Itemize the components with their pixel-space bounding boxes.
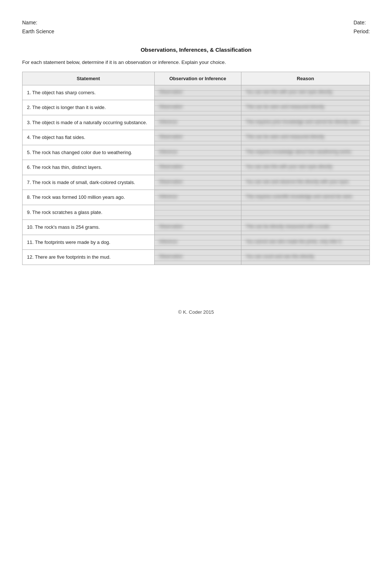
- table-row: 12. There are five footprints in the mud…: [23, 250, 370, 265]
- header-right: Date: Period:: [354, 18, 370, 36]
- obs-cell[interactable]: Observation: [154, 85, 241, 100]
- reason-cell[interactable]: This requires knowledge about how weathe…: [241, 145, 369, 160]
- name-label: Name:: [22, 18, 54, 27]
- date-label: Date:: [354, 18, 370, 27]
- table-row: 6. The rock has thin, distinct layers.Ob…: [23, 160, 370, 175]
- reason-cell[interactable]: You cannot see who made the prints, only…: [241, 235, 369, 250]
- table-row: 5. The rock has changed color due to wea…: [23, 145, 370, 160]
- obs-cell[interactable]: Observation: [154, 250, 241, 265]
- table-row: 8. The rock was formed 100 million years…: [23, 190, 370, 205]
- worksheet-table: Statement Observation or Inference Reaso…: [22, 72, 370, 265]
- reason-cell[interactable]: You can see this with your own eyes dire…: [241, 160, 369, 175]
- statement-cell: 3. The object is made of a naturally occ…: [23, 115, 155, 130]
- obs-cell[interactable]: [154, 205, 241, 220]
- statement-cell: 1. The object has sharp corners.: [23, 85, 155, 100]
- table-row: 10. The rock's mass is 254 grams.Observa…: [23, 220, 370, 235]
- reason-cell[interactable]: This can be directly measured with a sca…: [241, 220, 369, 235]
- statement-cell: 11. The footprints were made by a dog.: [23, 235, 155, 250]
- reason-cell[interactable]: This requires prior knowledge and cannot…: [241, 115, 369, 130]
- reason-cell[interactable]: You can see this with your own eyes dire…: [241, 85, 369, 100]
- statement-cell: 6. The rock has thin, distinct layers.: [23, 160, 155, 175]
- instructions: For each statement below, determine if i…: [22, 59, 370, 65]
- subject-label: Earth Science: [22, 27, 54, 36]
- obs-cell[interactable]: Observation: [154, 175, 241, 190]
- footer: © K. Coder 2015: [22, 309, 370, 315]
- statement-cell: 8. The rock was formed 100 million years…: [23, 190, 155, 205]
- table-row: 3. The object is made of a naturally occ…: [23, 115, 370, 130]
- obs-cell[interactable]: Observation: [154, 100, 241, 115]
- table-row: 11. The footprints were made by a dog.In…: [23, 235, 370, 250]
- worksheet-page: Name: Earth Science Date: Period: Observ…: [0, 0, 392, 575]
- obs-cell[interactable]: Inference: [154, 115, 241, 130]
- table-row: 7. The rock is made of small, dark-color…: [23, 175, 370, 190]
- reason-cell[interactable]: You can see and observe this directly wi…: [241, 175, 369, 190]
- table-header-row: Statement Observation or Inference Reaso…: [23, 72, 370, 85]
- col-header-obs: Observation or Inference: [154, 72, 241, 85]
- page-title: Observations, Inferences, & Classificati…: [22, 47, 370, 53]
- obs-cell[interactable]: Inference: [154, 145, 241, 160]
- statement-cell: 12. There are five footprints in the mud…: [23, 250, 155, 265]
- statement-cell: 7. The rock is made of small, dark-color…: [23, 175, 155, 190]
- statement-cell: 5. The rock has changed color due to wea…: [23, 145, 155, 160]
- statement-cell: 4. The object has flat sides.: [23, 130, 155, 145]
- col-header-statement: Statement: [23, 72, 155, 85]
- obs-cell[interactable]: Observation: [154, 130, 241, 145]
- table-row: 2. The object is longer than it is wide.…: [23, 100, 370, 115]
- obs-cell[interactable]: Inference: [154, 190, 241, 205]
- table-row: 1. The object has sharp corners.Observat…: [23, 85, 370, 100]
- obs-cell[interactable]: Observation: [154, 220, 241, 235]
- reason-cell[interactable]: This can be seen and measured directly.: [241, 100, 369, 115]
- header-left: Name: Earth Science: [22, 18, 54, 36]
- col-header-reason: Reason: [241, 72, 369, 85]
- reason-cell[interactable]: This can be seen and measured directly.: [241, 130, 369, 145]
- obs-cell[interactable]: Observation: [154, 160, 241, 175]
- period-label: Period:: [354, 27, 370, 36]
- obs-cell[interactable]: Inference: [154, 235, 241, 250]
- statement-cell: 10. The rock's mass is 254 grams.: [23, 220, 155, 235]
- reason-cell[interactable]: This requires scientific knowledge and c…: [241, 190, 369, 205]
- reason-cell[interactable]: You can count and see this directly.: [241, 250, 369, 265]
- table-row: 4. The object has flat sides.Observation…: [23, 130, 370, 145]
- table-row: 9. The rock scratches a glass plate.: [23, 205, 370, 220]
- statement-cell: 2. The object is longer than it is wide.: [23, 100, 155, 115]
- reason-cell[interactable]: [241, 205, 369, 220]
- statement-cell: 9. The rock scratches a glass plate.: [23, 205, 155, 220]
- header: Name: Earth Science Date: Period:: [22, 18, 370, 36]
